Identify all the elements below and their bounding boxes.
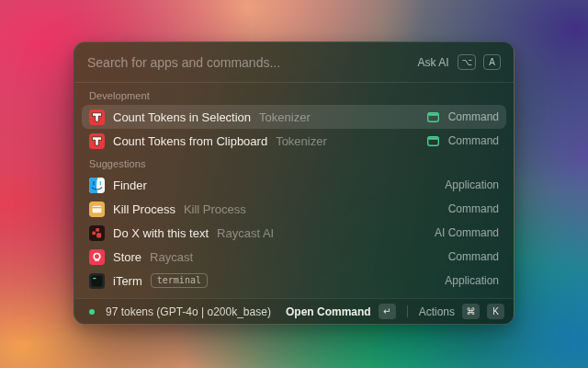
- raycast-ai-icon: [89, 225, 105, 241]
- status-dot-icon: [89, 309, 95, 315]
- ask-ai-label[interactable]: Ask AI: [417, 56, 448, 69]
- item-title: Finder: [113, 178, 147, 192]
- raycast-launcher-window: Ask AI ⌥ A Development Count Tokens in S…: [74, 41, 514, 325]
- item-subtitle: Tokenizer: [259, 110, 311, 124]
- list-item[interactable]: Kill Process Kill Process Command: [82, 197, 506, 221]
- list-item[interactable]: Count Tokens from Clipboard Tokenizer Co…: [82, 129, 506, 153]
- item-subtitle: Raycast: [150, 250, 193, 264]
- actions-button[interactable]: Actions: [419, 305, 455, 318]
- section-header-development: Development: [82, 85, 506, 105]
- footer-divider: [407, 305, 408, 317]
- item-type: Command: [448, 110, 499, 123]
- terminal-badge: terminal: [151, 273, 208, 288]
- search-bar: Ask AI ⌥ A: [74, 42, 514, 82]
- list-item[interactable]: Count Tokens in Selection Tokenizer Comm…: [82, 105, 506, 129]
- item-type: Command: [448, 202, 499, 215]
- item-title: Count Tokens from Clipboard: [113, 134, 267, 148]
- search-input[interactable]: [87, 55, 410, 70]
- return-key-icon: ↵: [379, 304, 396, 319]
- finder-icon: [89, 178, 105, 193]
- item-type: Command: [448, 134, 499, 147]
- command-window-icon: [426, 110, 440, 124]
- results-list: Development Count Tokens in Selection To…: [74, 83, 514, 298]
- item-type: Application: [445, 178, 499, 191]
- item-subtitle: Raycast AI: [217, 226, 274, 240]
- item-subtitle: Tokenizer: [276, 134, 327, 148]
- tokenizer-icon: [89, 133, 105, 149]
- command-key-icon: ⌘: [462, 304, 480, 319]
- item-subtitle: Kill Process: [184, 202, 246, 216]
- item-title: Kill Process: [113, 202, 175, 216]
- item-title: Do X with this text: [113, 226, 209, 240]
- item-type: AI Command: [435, 226, 499, 239]
- store-icon: [89, 249, 105, 265]
- item-title: Store: [113, 250, 141, 264]
- kill-process-icon: [89, 201, 105, 217]
- iterm-icon: [89, 273, 105, 289]
- item-type: Application: [445, 274, 499, 287]
- section-header-suggestions: Suggestions: [82, 153, 506, 173]
- token-status-text: 97 tokens (GPT-4o | o200k_base): [106, 305, 271, 318]
- open-command-button[interactable]: Open Command: [286, 305, 371, 318]
- command-window-icon: [426, 134, 440, 148]
- a-key-badge: A: [483, 54, 501, 70]
- list-item[interactable]: Store Raycast Command: [82, 245, 506, 269]
- k-key-badge: K: [487, 304, 504, 319]
- option-key-icon: ⌥: [458, 54, 476, 70]
- item-title: Count Tokens in Selection: [113, 110, 251, 124]
- item-title: iTerm: [113, 274, 142, 288]
- list-item[interactable]: Finder Application: [82, 173, 506, 197]
- list-item[interactable]: Do X with this text Raycast AI AI Comman…: [82, 221, 506, 245]
- list-item[interactable]: iTerm terminal Application: [82, 269, 506, 293]
- action-bar: 97 tokens (GPT-4o | o200k_base) Open Com…: [74, 298, 514, 324]
- item-type: Command: [448, 250, 499, 263]
- tokenizer-icon: [89, 109, 105, 125]
